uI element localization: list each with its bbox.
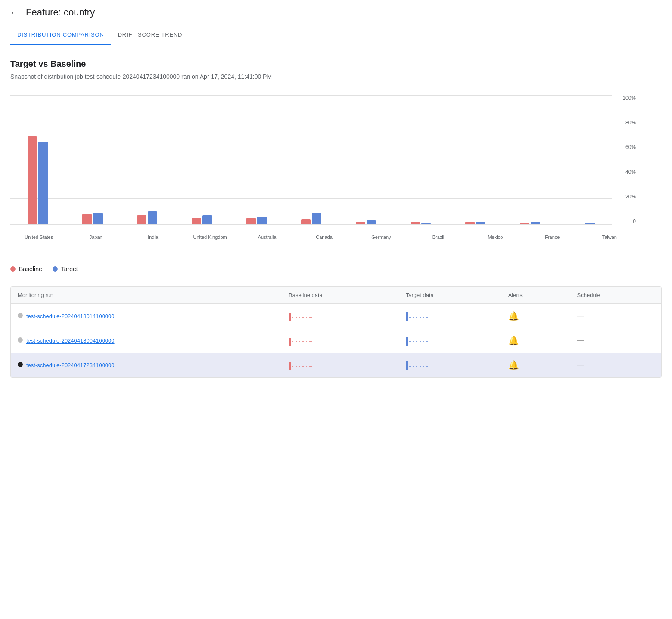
run-link[interactable]: test-schedule-20240418014100000	[26, 313, 115, 319]
target-bar	[585, 223, 595, 225]
section-title: Target vs Baseline	[10, 59, 662, 69]
svg-rect-35	[406, 361, 408, 370]
back-button[interactable]: ←	[10, 8, 19, 18]
x-label: Canada	[296, 235, 352, 240]
bar-group	[339, 95, 393, 224]
bar-group	[393, 95, 448, 224]
baseline-bar	[301, 219, 311, 224]
baseline-bar	[465, 222, 475, 224]
schedule-cell: —	[570, 304, 661, 328]
target-sparkline-cell	[399, 304, 501, 328]
y-label-60: 60%	[625, 144, 636, 150]
baseline-spark-svg	[289, 334, 314, 347]
section-subtitle: Snapshot of distribution job test-schedu…	[10, 72, 662, 81]
y-label-100: 100%	[622, 95, 636, 101]
col-alerts: Alerts	[501, 287, 570, 304]
bar-group	[284, 95, 339, 224]
schedule-cell: —	[570, 353, 661, 378]
y-label-40: 40%	[625, 169, 636, 175]
target-dot	[53, 266, 58, 272]
y-label-20: 20%	[625, 194, 636, 200]
bar-group	[448, 95, 503, 224]
target-bar	[202, 215, 212, 224]
svg-rect-28	[289, 362, 291, 370]
tab-drift[interactable]: DRIFT SCORE TREND	[111, 25, 190, 45]
bar-group	[557, 95, 612, 224]
baseline-sparkline-cell	[282, 328, 399, 353]
x-label: India	[124, 235, 181, 240]
target-bar	[257, 217, 267, 224]
target-label: Target	[61, 266, 78, 272]
table-row: test-schedule-20240418014100000 🔔—	[11, 304, 661, 328]
status-dot	[18, 313, 23, 318]
alerts-cell: 🔔	[501, 353, 570, 378]
run-cell: test-schedule-20240418004100000	[11, 328, 282, 353]
table-row: test-schedule-20240418004100000 🔔—	[11, 328, 661, 353]
legend-baseline: Baseline	[10, 266, 42, 272]
baseline-bar	[137, 215, 146, 224]
run-link[interactable]: test-schedule-20240417234100000	[26, 362, 115, 368]
x-label: Taiwan	[581, 235, 638, 240]
bar-group	[229, 95, 284, 224]
col-baseline-data: Baseline data	[282, 287, 399, 304]
header: ← Feature: country	[0, 0, 672, 25]
alerts-cell: 🔔	[501, 304, 570, 328]
baseline-spark-svg	[289, 310, 314, 322]
x-label: Japan	[67, 235, 124, 240]
x-label: Mexico	[467, 235, 524, 240]
baseline-sparkline	[289, 334, 392, 347]
baseline-bar	[411, 222, 420, 224]
schedule-dash: —	[577, 361, 584, 368]
target-bar	[148, 211, 157, 224]
bar-group	[120, 95, 174, 224]
svg-rect-14	[289, 338, 291, 346]
bars-area	[10, 95, 612, 224]
baseline-bar	[520, 223, 529, 224]
baseline-spark-svg	[289, 359, 314, 371]
alerts-cell: 🔔	[501, 328, 570, 353]
target-spark-svg	[406, 359, 432, 371]
monitoring-table: Monitoring run Baseline data Target data…	[10, 286, 662, 378]
x-label: France	[524, 235, 581, 240]
bell-icon: 🔔	[508, 360, 519, 370]
baseline-bar	[356, 222, 365, 224]
target-spark-svg	[406, 310, 432, 322]
run-cell: test-schedule-20240417234100000	[11, 353, 282, 378]
baseline-bar	[82, 214, 92, 224]
y-label-0: 0	[633, 218, 636, 224]
baseline-label: Baseline	[19, 266, 42, 272]
baseline-sparkline	[289, 359, 392, 371]
baseline-sparkline-cell	[282, 304, 399, 328]
run-link[interactable]: test-schedule-20240418004100000	[26, 337, 115, 344]
target-sparkline	[406, 359, 495, 371]
back-icon: ←	[10, 8, 19, 18]
bar-chart: 100% 80% 60% 40% 20% 0 United StatesJapa…	[10, 95, 662, 259]
svg-rect-0	[289, 313, 291, 321]
x-label: Brazil	[410, 235, 467, 240]
x-label: Germany	[353, 235, 410, 240]
col-schedule: Schedule	[570, 287, 661, 304]
x-label: Australia	[239, 235, 296, 240]
target-sparkline-cell	[399, 328, 501, 353]
status-dot	[18, 337, 23, 343]
x-labels: United StatesJapanIndiaUnited KingdomAus…	[10, 235, 638, 240]
baseline-bar	[246, 218, 256, 224]
x-label: United Kingdom	[181, 235, 238, 240]
schedule-dash: —	[577, 337, 584, 344]
page-title: Feature: country	[26, 7, 95, 18]
baseline-bar	[192, 218, 201, 224]
main-content: Target vs Baseline Snapshot of distribut…	[0, 45, 672, 391]
bar-group	[10, 95, 65, 224]
target-bar	[476, 222, 485, 224]
bell-icon: 🔔	[508, 311, 519, 321]
x-label: United States	[10, 235, 67, 240]
svg-rect-21	[406, 337, 408, 346]
bar-group	[503, 95, 557, 224]
y-label-80: 80%	[625, 120, 636, 126]
target-sparkline-cell	[399, 353, 501, 378]
bar-group	[65, 95, 120, 224]
baseline-sparkline-cell	[282, 353, 399, 378]
svg-rect-7	[406, 312, 408, 321]
y-axis: 100% 80% 60% 40% 20% 0	[614, 95, 636, 233]
tab-distribution[interactable]: DISTRIBUTION COMPARISON	[10, 25, 111, 45]
